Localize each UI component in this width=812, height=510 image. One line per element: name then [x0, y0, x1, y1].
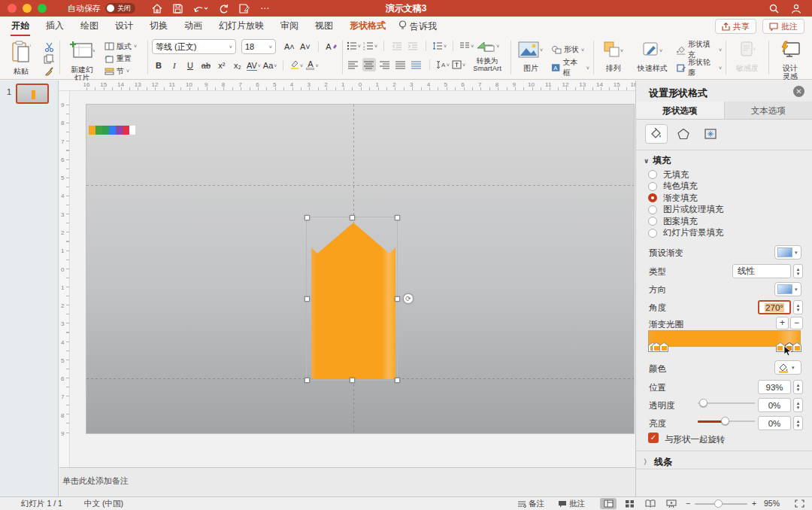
fill-line-icon-tab[interactable] [645, 124, 668, 144]
clear-formatting-button[interactable]: A [325, 40, 338, 53]
rotation-handle[interactable]: ⟳ [403, 293, 414, 304]
resize-handle-w[interactable] [304, 296, 310, 302]
resize-handle-sw[interactable] [304, 378, 310, 383]
minimize-window-button[interactable] [23, 4, 32, 13]
superscript-button[interactable]: x² [215, 59, 229, 72]
size-properties-icon-tab[interactable] [699, 124, 722, 144]
fill-option-3[interactable]: 图片或纹理填充 [648, 205, 724, 215]
comments-toggle[interactable]: 批注 [558, 499, 585, 509]
normal-view-button[interactable] [600, 498, 617, 509]
resize-handle-n[interactable] [350, 215, 355, 220]
home-icon[interactable] [152, 4, 162, 14]
textbox-button[interactable]: A文本框˅ [551, 62, 589, 74]
shape-outline-button[interactable]: 形状轮廓˅ [676, 62, 722, 74]
ribbon-tab-8[interactable]: 视图 [314, 17, 334, 36]
distribute-button[interactable] [410, 58, 423, 71]
grow-font-button[interactable]: A˄ [283, 40, 296, 53]
redo-icon[interactable] [219, 4, 229, 14]
notes-pane[interactable]: 单击此处添加备注 [59, 467, 635, 496]
align-text-button[interactable]: ˅ [452, 58, 465, 71]
increase-indent-button[interactable] [406, 39, 420, 53]
ribbon-tab-9[interactable]: 形状格式 [349, 17, 386, 36]
bullets-button[interactable]: ˅ [347, 39, 361, 53]
format-painter-button[interactable] [42, 65, 56, 77]
close-panel-icon[interactable]: ✕ [793, 86, 804, 97]
reset-button[interactable]: 重置 [105, 53, 144, 65]
fill-option-2[interactable]: 渐变填充 [648, 193, 698, 203]
ribbon-tab-6[interactable]: 幻灯片放映 [218, 17, 265, 36]
slide-thumbnail[interactable] [16, 83, 49, 104]
subscript-button[interactable]: x₂ [231, 59, 244, 72]
fill-option-1[interactable]: 纯色填充 [648, 181, 698, 192]
color-dropdown[interactable]: ▾ [774, 360, 801, 375]
pencil-shape[interactable] [310, 219, 397, 380]
brightness-stepper[interactable]: 0% ▲▼ [758, 416, 803, 430]
autosave-toggle[interactable]: 关闭 [105, 3, 135, 14]
quick-styles-button[interactable]: ˅ 快速样式 [634, 39, 671, 72]
language-status[interactable]: 中文 (中国) [84, 499, 123, 509]
zoom-window-button[interactable] [38, 4, 47, 13]
tell-me[interactable]: 告诉我 [398, 20, 437, 33]
smartart-graphic-icon[interactable]: ˅ [476, 39, 499, 53]
ribbon-tab-7[interactable]: 审阅 [280, 17, 299, 36]
gradient-stop-10[interactable] [659, 342, 668, 352]
character-spacing-button[interactable]: AV˅ [247, 59, 261, 72]
tab-shape-options[interactable]: 形状选项 [636, 102, 725, 119]
ribbon-tab-4[interactable]: 切换 [149, 17, 168, 36]
ribbon-tab-3[interactable]: 设计 [114, 17, 134, 36]
shapes-button[interactable]: 形状˅ [551, 44, 589, 56]
resize-handle-nw[interactable] [304, 215, 310, 220]
ribbon-tab-1[interactable]: 插入 [45, 17, 65, 36]
profile-icon[interactable] [791, 4, 801, 14]
resize-handle-ne[interactable] [395, 215, 400, 220]
picture-button[interactable]: ˅ 图片 [515, 39, 547, 72]
remove-stop-button[interactable]: − [790, 317, 803, 329]
zoom-out-button[interactable]: − [686, 499, 690, 508]
position-stepper[interactable]: 93% ▲▼ [758, 380, 803, 394]
rotate-with-shape-checkbox[interactable]: ✓ [648, 433, 659, 443]
fill-option-5[interactable]: 幻灯片背景填充 [648, 228, 724, 238]
new-slide-button[interactable]: ˅ 新建幻灯片 [64, 39, 100, 82]
font-color-button[interactable]: A˅ [305, 59, 319, 72]
type-stepper[interactable]: 线性 ▲▼ [732, 264, 803, 278]
resize-handle-se[interactable] [395, 378, 400, 383]
slide-sorter-view-button[interactable] [621, 498, 638, 509]
shrink-font-button[interactable]: A˅ [298, 40, 312, 53]
shape-fill-button[interactable]: 形状填充˅ [676, 44, 722, 56]
more-commands-icon[interactable]: ⋯ [260, 3, 270, 14]
italic-button[interactable]: I [168, 59, 181, 72]
decrease-indent-button[interactable] [390, 39, 404, 53]
line-spacing-button[interactable]: ˅ [432, 39, 447, 53]
justify-button[interactable] [394, 58, 408, 71]
text-direction-button[interactable]: A˅ [436, 58, 450, 71]
preset-gradient-dropdown[interactable]: ▾ [774, 245, 801, 260]
gradient-stop-100[interactable] [792, 342, 801, 352]
add-stop-button[interactable]: + [776, 317, 789, 329]
font-size-select[interactable]: 18˅ [241, 39, 276, 54]
fit-slide-button[interactable] [791, 498, 807, 509]
zoom-in-button[interactable]: + [752, 499, 756, 508]
convert-smartart-label[interactable]: 转换为SmartArt [468, 57, 507, 72]
align-center-button[interactable] [362, 58, 376, 71]
undo-icon[interactable] [193, 4, 208, 14]
comments-button[interactable]: 批注 [762, 19, 804, 34]
change-case-button[interactable]: Aa˅ [263, 59, 277, 72]
slideshow-view-button[interactable] [663, 498, 680, 509]
bold-button[interactable]: B [152, 59, 165, 72]
section-button[interactable]: 节˅ [105, 65, 144, 77]
sensitivity-button[interactable]: ˅ 敏感度 [730, 39, 765, 72]
fill-option-0[interactable]: 无填充 [648, 169, 689, 180]
save-icon[interactable] [173, 4, 183, 14]
paste-button[interactable]: ˅ 粘贴 [5, 39, 38, 75]
arrange-button[interactable]: ˅ 排列 [598, 39, 629, 72]
zoom-level[interactable]: 95% [764, 499, 780, 508]
effects-icon-tab[interactable] [672, 124, 695, 144]
print-icon[interactable] [239, 4, 250, 14]
fill-section-header[interactable]: ∨填充 [644, 154, 671, 167]
design-ideas-button[interactable]: 设计灵感 [773, 39, 807, 80]
close-window-button[interactable] [8, 4, 17, 13]
columns-button[interactable]: ˅ [459, 39, 474, 53]
transparency-slider[interactable] [698, 396, 755, 410]
font-name-select[interactable]: 等线 (正文)˅ [152, 39, 236, 54]
copy-button[interactable]: ˅ [42, 53, 56, 65]
